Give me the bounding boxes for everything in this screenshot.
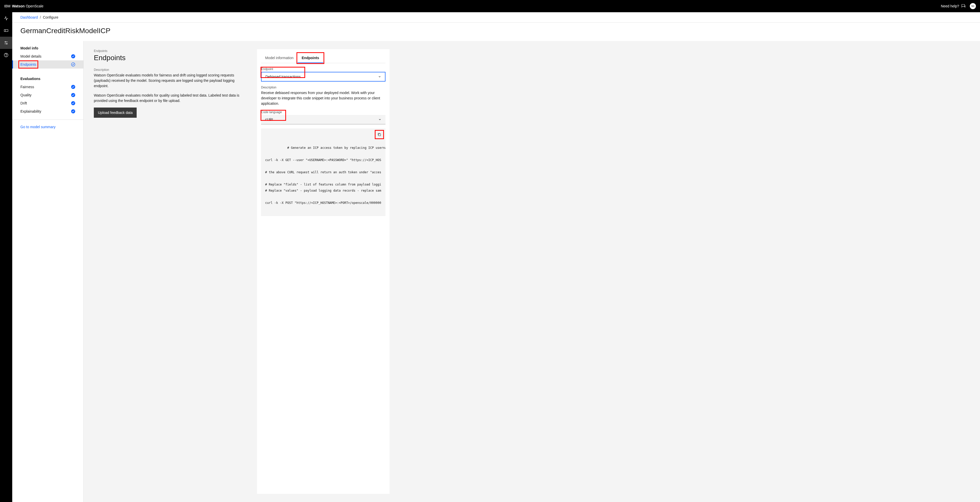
breadcrumb-bar: Dashboard / Configure [12, 12, 980, 23]
checkmark-filled-icon [71, 101, 75, 105]
sidebar-item-fairness[interactable]: Fairness [12, 83, 83, 91]
chevron-down-icon [378, 118, 382, 121]
main-container: Dashboard / Configure GermanCreditRiskMo… [0, 12, 980, 502]
sidebar-item-label: Explainability [21, 109, 41, 113]
avatar[interactable]: SD [970, 3, 976, 9]
checkmark-filled-icon [71, 93, 75, 97]
page-title-bar: GermanCreditRiskModelICP [12, 23, 980, 41]
description-text-1: Watson OpenScale evaluates models for fa… [94, 73, 247, 89]
checkmark-filled-icon [71, 109, 75, 113]
svg-rect-11 [379, 134, 381, 136]
endpoint-desc-text: Receive debiased responses from your dep… [261, 90, 385, 106]
header-left: IBM Watson OpenScale [4, 4, 43, 8]
sidebar-item-drift[interactable]: Drift [12, 99, 83, 107]
endpoint-value: Debiased transactions [266, 75, 301, 79]
left-panel: Endpoints Endpoints Description Watson O… [94, 49, 247, 494]
upload-feedback-button[interactable]: Upload feedback data [94, 108, 137, 118]
need-help-label: Need help? [941, 4, 959, 8]
section-label: Endpoints [94, 49, 247, 53]
sidebar-item-explainability[interactable]: Explainability [12, 107, 83, 116]
endpoint-label: Endpoint [261, 67, 385, 71]
breadcrumb-dashboard[interactable]: Dashboard [21, 15, 38, 19]
sidebar-item-model-details[interactable]: Model details [12, 52, 83, 60]
description-label: Description [94, 68, 247, 71]
breadcrumb-sep: / [40, 15, 41, 19]
nav-ticket-icon[interactable] [0, 24, 12, 37]
app-header: IBM Watson OpenScale Need help? SD [0, 0, 980, 12]
sidebar-divider [12, 119, 83, 120]
svg-point-1 [5, 41, 6, 42]
avatar-initials: SD [971, 5, 975, 7]
copy-button[interactable] [375, 130, 383, 139]
brand-openscale: OpenScale [26, 4, 43, 8]
code-language-dropdown[interactable]: cURL [261, 115, 385, 124]
code-language-value: cURL [265, 118, 274, 122]
sidebar-item-label: Quality [21, 93, 32, 97]
sidebar: Model info Model details Endpoints Evalu… [12, 41, 84, 502]
go-to-summary-link[interactable]: Go to model summary [12, 121, 83, 133]
page-title: GermanCreditRiskModelICP [21, 27, 972, 35]
breadcrumb: Dashboard / Configure [21, 15, 58, 19]
svg-rect-0 [4, 30, 8, 32]
chat-icon [961, 4, 966, 8]
svg-point-6 [72, 63, 75, 66]
section-title: Endpoints [94, 54, 247, 62]
sidebar-item-label: Model details [21, 54, 41, 58]
sidebar-section-model-info: Model info Model details Endpoints [12, 41, 83, 71]
chevron-down-icon [378, 75, 381, 78]
sidebar-item-endpoints[interactable]: Endpoints [12, 60, 83, 68]
code-language-label: Code language [261, 110, 385, 114]
endpoint-field: Endpoint Debiased transactions [261, 67, 385, 81]
left-nav [0, 12, 12, 502]
header-right: Need help? SD [941, 3, 976, 9]
body-container: Model info Model details Endpoints Evalu… [12, 41, 980, 502]
sidebar-item-label: Drift [21, 101, 27, 105]
sidebar-section-evaluations: Evaluations Fairness Quality Drift E [12, 71, 83, 119]
code-text: # Generate an ICP access token by replac… [265, 146, 385, 205]
svg-point-2 [6, 43, 7, 44]
tabs: Model information Endpoints [261, 53, 385, 63]
sidebar-item-label: Endpoints [21, 62, 36, 67]
checkmark-filled-icon [71, 85, 75, 89]
nav-activity-icon[interactable] [0, 12, 12, 24]
code-snippet: # Generate an ICP access token by replac… [261, 129, 385, 216]
nav-settings-icon[interactable] [0, 37, 12, 49]
sidebar-heading-model-info: Model info [12, 44, 83, 52]
checkmark-outline-icon [71, 62, 75, 67]
checkmark-filled-icon [71, 54, 75, 58]
main-panel: Endpoints Endpoints Description Watson O… [84, 41, 980, 502]
code-language-field: Code language cURL [261, 110, 385, 124]
description-text-2: Watson OpenScale evaluates models for qu… [94, 93, 247, 103]
nav-help-icon[interactable] [0, 49, 12, 61]
brand-ibm: IBM [4, 4, 10, 8]
brand-watson: Watson [12, 4, 25, 8]
brand-logo: IBM Watson OpenScale [4, 4, 43, 8]
tab-endpoints[interactable]: Endpoints [298, 53, 323, 63]
sidebar-item-quality[interactable]: Quality [12, 91, 83, 99]
endpoint-dropdown[interactable]: Debiased transactions [261, 72, 385, 81]
need-help-link[interactable]: Need help? [941, 4, 966, 8]
sidebar-heading-evaluations: Evaluations [12, 75, 83, 83]
tab-model-information[interactable]: Model information [261, 53, 298, 63]
content-wrapper: Dashboard / Configure GermanCreditRiskMo… [12, 12, 980, 502]
copy-icon [377, 132, 382, 137]
breadcrumb-configure: Configure [43, 15, 58, 19]
endpoint-desc-label: Description [261, 86, 385, 89]
right-card: Model information Endpoints Endpoint Deb… [257, 49, 390, 494]
sidebar-item-label: Fairness [21, 85, 34, 89]
